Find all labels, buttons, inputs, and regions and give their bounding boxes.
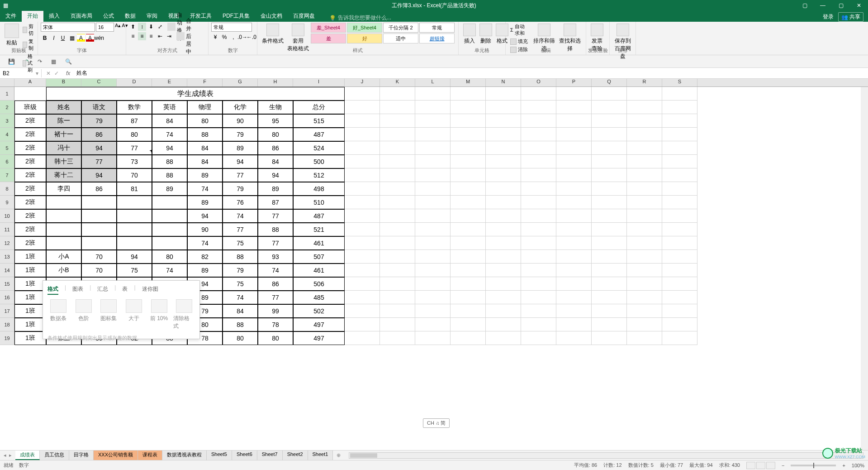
cell-M10[interactable] (451, 209, 486, 223)
style-hyperlink[interactable]: 超链接 (419, 34, 455, 43)
cell-E3[interactable]: 84 (152, 114, 187, 128)
cell-O16[interactable] (521, 291, 556, 304)
cell-Q12[interactable] (592, 236, 627, 250)
delete-cells-button[interactable]: 删除 (478, 23, 494, 46)
cell-J16[interactable] (345, 291, 380, 304)
spreadsheet-grid[interactable]: ABCDEFGHIJKLMNOPQRS 1学生成绩表2班级姓名语文数学英语物理化… (0, 79, 868, 450)
column-header-J[interactable]: J (345, 79, 380, 86)
cell-I15[interactable]: 506 (293, 277, 345, 291)
cell-E9[interactable] (152, 196, 187, 209)
cell-K6[interactable] (380, 155, 415, 168)
cell-A8[interactable]: 2班 (14, 182, 46, 196)
font-size-combo[interactable] (96, 23, 114, 32)
cell-G15[interactable]: 75 (223, 277, 258, 291)
cell-K17[interactable] (380, 304, 415, 318)
row-header-2[interactable]: 2 (0, 101, 14, 114)
column-header-M[interactable]: M (451, 79, 486, 86)
cell-E8[interactable]: 89 (152, 182, 187, 196)
cell-J10[interactable] (345, 209, 380, 223)
cell-P7[interactable] (556, 168, 592, 182)
cell-P1[interactable] (556, 87, 592, 101)
column-header-H[interactable]: H (258, 79, 293, 86)
cell-I13[interactable]: 507 (293, 250, 345, 264)
cell-I17[interactable]: 502 (293, 304, 345, 318)
cell-S1[interactable] (662, 87, 697, 101)
quick-analysis-tab-4[interactable]: 迷你图 (142, 284, 158, 295)
cell-B8[interactable]: 李四 (46, 182, 81, 196)
cell-L9[interactable] (415, 196, 451, 209)
cell-A12[interactable]: 2班 (14, 236, 46, 250)
cell-N8[interactable] (486, 182, 521, 196)
cell-K9[interactable] (380, 196, 415, 209)
cell-N2[interactable] (486, 101, 521, 114)
cell-G7[interactable]: 77 (223, 168, 258, 182)
header-5[interactable]: 物理 (187, 101, 223, 114)
cell-E4[interactable]: 74 (152, 128, 187, 141)
cut-button[interactable]: 剪切 (21, 23, 37, 37)
cell-M6[interactable] (451, 155, 486, 168)
cell-G17[interactable]: 84 (223, 304, 258, 318)
cell-R8[interactable] (627, 182, 662, 196)
cell-O4[interactable] (521, 128, 556, 141)
cell-N3[interactable] (486, 114, 521, 128)
cell-S13[interactable] (662, 250, 697, 264)
cell-B3[interactable]: 陈一 (46, 114, 81, 128)
decrease-decimal-icon[interactable]: ←.0 (247, 33, 256, 41)
cell-P19[interactable] (556, 331, 592, 345)
cell-F8[interactable]: 74 (187, 182, 223, 196)
cell-B14[interactable]: 小B (46, 264, 81, 277)
cell-A9[interactable]: 2班 (14, 196, 46, 209)
cell-S8[interactable] (662, 182, 697, 196)
cell-A10[interactable]: 2班 (14, 209, 46, 223)
cell-O9[interactable] (521, 196, 556, 209)
sheet-tab-0[interactable]: 成绩表 (15, 451, 40, 460)
column-header-F[interactable]: F (187, 79, 223, 86)
align-left-icon[interactable]: ≡ (129, 32, 137, 40)
cell-R18[interactable] (627, 318, 662, 331)
cell-S6[interactable] (662, 155, 697, 168)
cell-L6[interactable] (415, 155, 451, 168)
qat-touch-icon[interactable]: ▦ (51, 58, 56, 65)
cell-Q9[interactable] (592, 196, 627, 209)
cell-L18[interactable] (415, 318, 451, 331)
cell-G8[interactable]: 79 (223, 182, 258, 196)
cell-R15[interactable] (627, 277, 662, 291)
header-3[interactable]: 数学 (117, 101, 152, 114)
cell-M7[interactable] (451, 168, 486, 182)
cell-P8[interactable] (556, 182, 592, 196)
cell-D4[interactable]: 80 (117, 128, 152, 141)
number-format-combo[interactable] (211, 23, 252, 32)
cell-J18[interactable] (345, 318, 380, 331)
cell-G3[interactable]: 90 (223, 114, 258, 128)
cell-I18[interactable]: 497 (293, 318, 345, 331)
cell-K18[interactable] (380, 318, 415, 331)
cell-I4[interactable]: 487 (293, 128, 345, 141)
cell-M16[interactable] (451, 291, 486, 304)
align-bottom-icon[interactable]: ⬇ (147, 23, 155, 31)
cell-P16[interactable] (556, 291, 592, 304)
cell-P13[interactable] (556, 250, 592, 264)
cell-H11[interactable]: 88 (258, 223, 293, 236)
italic-button[interactable]: I (50, 34, 58, 42)
cell-D9[interactable] (117, 196, 152, 209)
cell-Q2[interactable] (592, 101, 627, 114)
cell-Q1[interactable] (592, 87, 627, 101)
cell-B7[interactable]: 蒋十二 (46, 168, 81, 182)
row-header-11[interactable]: 11 (0, 223, 14, 236)
cell-Q4[interactable] (592, 128, 627, 141)
sheet-nav-first-icon[interactable]: ◂ (4, 452, 6, 458)
fx-icon[interactable]: fx (63, 70, 73, 77)
cell-I6[interactable]: 500 (293, 155, 345, 168)
cell-S9[interactable] (662, 196, 697, 209)
cell-Q13[interactable] (592, 250, 627, 264)
cell-P3[interactable] (556, 114, 592, 128)
align-top-icon[interactable]: ⬆ (129, 23, 137, 31)
underline-button[interactable]: U (59, 34, 67, 42)
cell-R5[interactable] (627, 141, 662, 155)
sheet-tab-8[interactable]: Sheet7 (257, 451, 283, 460)
cell-B9[interactable] (46, 196, 81, 209)
sheet-tab-9[interactable]: Sheet2 (283, 451, 308, 460)
cell-A4[interactable]: 2班 (14, 128, 46, 141)
cell-F13[interactable]: 82 (187, 250, 223, 264)
cell-O5[interactable] (521, 141, 556, 155)
